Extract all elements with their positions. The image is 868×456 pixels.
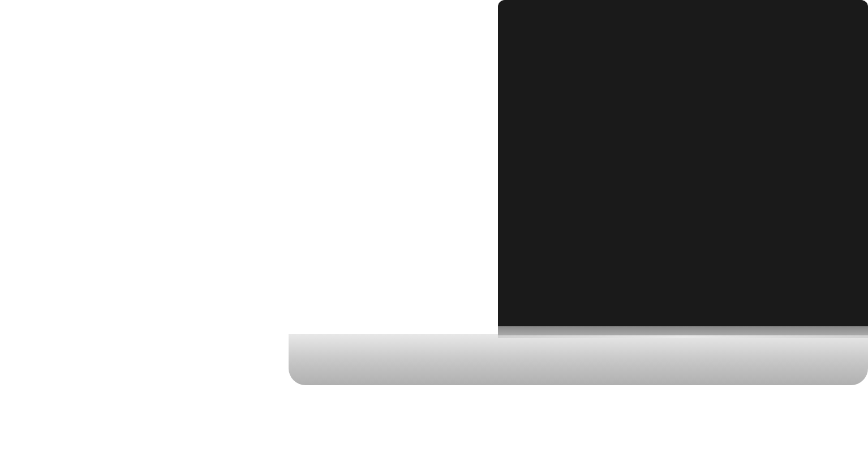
laptop-bezel: Tasks ✎ Feel blue ✎ Feel red bbox=[498, 0, 868, 334]
laptop-base bbox=[289, 334, 868, 385]
laptop-hinge bbox=[498, 326, 868, 335]
